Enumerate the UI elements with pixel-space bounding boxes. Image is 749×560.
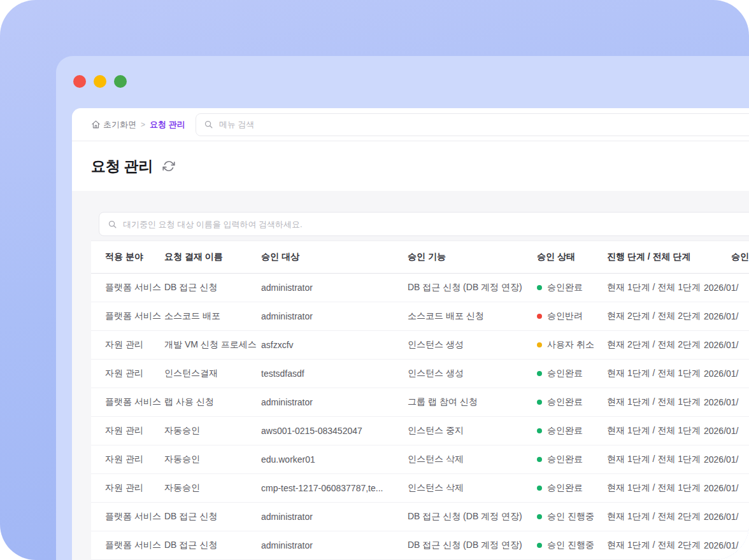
- cell-area: 플랫폼 서비스: [91, 302, 164, 330]
- cell-progress: 현재 1단계 / 전체 1단계: [607, 359, 704, 388]
- column-header-approval-function: 승인 기능: [408, 241, 537, 273]
- menu-search-input[interactable]: [219, 120, 749, 129]
- cell-area: 플랫폼 서비스: [91, 388, 164, 416]
- refresh-icon: [162, 160, 175, 172]
- menu-search: [196, 113, 749, 136]
- cell-progress: 현재 1단계 / 전체 1단계: [607, 273, 704, 302]
- status-label: 승인완료: [547, 396, 583, 408]
- minimize-window-button[interactable]: [94, 75, 106, 88]
- search-icon: [108, 220, 117, 229]
- breadcrumb: 초기화면 > 요청 관리: [91, 119, 185, 130]
- cell-area: 자원 관리: [91, 416, 164, 445]
- cell-progress: 현재 2단계 / 전체 2단계: [607, 330, 704, 359]
- request-search-input[interactable]: [123, 220, 749, 229]
- cell-approval-function: 그룹 랩 참여 신청: [408, 388, 537, 416]
- request-table: 적용 분야 요청 결재 이름 승인 대상 승인 기능 승인 상태 진행 단계 /…: [91, 241, 749, 560]
- request-table-card: 적용 분야 요청 결재 이름 승인 대상 승인 기능 승인 상태 진행 단계 /…: [91, 241, 749, 560]
- status-dot: [537, 342, 542, 347]
- cell-approval-status: 승인완료: [537, 473, 607, 502]
- cell-area: 플랫폼 서비스: [91, 273, 164, 302]
- cell-approval-target: aws001-0215-083452047: [261, 416, 408, 445]
- table-row[interactable]: 플랫폼 서비스 DB 접근 신청 administrator DB 접근 신청 …: [91, 502, 749, 531]
- cell-approval-status: 승인완료: [537, 445, 607, 473]
- cell-approval-target: administrator: [261, 531, 408, 559]
- cell-approval-name: DB 접근 신청: [164, 273, 261, 302]
- cell-approval-name: 소스코드 배포: [164, 302, 261, 330]
- cell-approval-name: 개발 VM 신청 프로세스: [164, 330, 261, 359]
- main-area: 적용 분야 요청 결재 이름 승인 대상 승인 기능 승인 상태 진행 단계 /…: [72, 191, 749, 560]
- request-table-body: 플랫폼 서비스 DB 접근 신청 administrator DB 접근 신청 …: [91, 273, 749, 559]
- table-row[interactable]: 플랫폼 서비스 DB 접근 신청 administrator DB 접근 신청 …: [91, 531, 749, 559]
- status-dot: [537, 428, 542, 433]
- table-row[interactable]: 플랫폼 서비스 소스코드 배포 administrator 소스코드 배포 신청…: [91, 302, 749, 330]
- cell-approved-at: 2026/01/: [704, 416, 749, 445]
- cell-approval-name: 랩 사용 신청: [164, 388, 261, 416]
- status-dot: [537, 457, 542, 462]
- cell-approved-at: 2026/01/: [704, 359, 749, 388]
- cell-progress: 현재 1단계 / 전체 2단계: [607, 531, 704, 559]
- status-label: 승인완료: [547, 482, 583, 494]
- cell-approved-at: 2026/01/: [704, 473, 749, 502]
- cell-approval-status: 승인 진행중: [537, 502, 607, 531]
- maximize-window-button[interactable]: [114, 75, 127, 88]
- cell-approval-status: 사용자 취소: [537, 330, 607, 359]
- cell-approved-at: 2026/01/: [704, 273, 749, 302]
- table-row[interactable]: 자원 관리 자동승인 cmp-test-1217-060837787,te...…: [91, 473, 749, 502]
- app-window: 초기화면 > 요청 관리 요청 관리: [56, 56, 749, 560]
- table-row[interactable]: 자원 관리 자동승인 aws001-0215-083452047 인스턴스 중지…: [91, 416, 749, 445]
- cell-approved-at: 2026/01/: [704, 445, 749, 473]
- table-row[interactable]: 자원 관리 개발 VM 신청 프로세스 asfzxcfv 인스턴스 생성 사용자…: [91, 330, 749, 359]
- cell-area: 자원 관리: [91, 330, 164, 359]
- table-row[interactable]: 플랫폼 서비스 랩 사용 신청 administrator 그룹 랩 참여 신청…: [91, 388, 749, 416]
- table-row[interactable]: 자원 관리 인스턴스결재 testsdfasdf 인스턴스 생성 승인완료 현재…: [91, 359, 749, 388]
- cell-approval-target: administrator: [261, 502, 408, 531]
- column-header-approval-target: 승인 대상: [261, 241, 408, 273]
- cell-approval-target: administrator: [261, 388, 408, 416]
- refresh-button[interactable]: [162, 160, 175, 172]
- cell-progress: 현재 1단계 / 전체 1단계: [607, 388, 704, 416]
- column-header-approval-status: 승인 상태: [537, 241, 607, 273]
- column-header-approved-at: 승인 일시: [704, 241, 749, 273]
- cell-approval-status: 승인반려: [537, 302, 607, 330]
- home-icon: [91, 120, 101, 129]
- status-dot: [537, 514, 542, 519]
- cell-approval-function: 인스턴스 생성: [408, 330, 537, 359]
- cell-approval-function: 인스턴스 삭제: [408, 473, 537, 502]
- cell-approval-status: 승인완료: [537, 416, 607, 445]
- cell-approved-at: 2026/01/: [704, 502, 749, 531]
- cell-approval-function: 인스턴스 생성: [408, 359, 537, 388]
- status-label: 승인 진행중: [547, 540, 594, 551]
- breadcrumb-current[interactable]: 요청 관리: [150, 119, 185, 130]
- cell-approved-at: 2026/01/: [704, 302, 749, 330]
- column-header-approval-name: 요청 결재 이름: [164, 241, 261, 273]
- cell-area: 자원 관리: [91, 445, 164, 473]
- status-label: 승인완료: [547, 454, 583, 465]
- cell-approval-function: 인스턴스 삭제: [408, 445, 537, 473]
- page-header: 요청 관리: [72, 141, 749, 191]
- status-dot: [537, 486, 542, 491]
- cell-approved-at: 2026/01/: [704, 531, 749, 559]
- column-header-area: 적용 분야: [91, 241, 164, 273]
- cell-approved-at: 2026/01/: [704, 388, 749, 416]
- status-label: 승인반려: [547, 311, 583, 322]
- status-label: 사용자 취소: [547, 339, 594, 351]
- table-header-row: 적용 분야 요청 결재 이름 승인 대상 승인 기능 승인 상태 진행 단계 /…: [91, 241, 749, 273]
- close-window-button[interactable]: [73, 75, 86, 88]
- cell-approval-target: asfzxcfv: [261, 330, 408, 359]
- status-label: 승인완료: [547, 282, 583, 293]
- cell-progress: 현재 1단계 / 전체 1단계: [607, 473, 704, 502]
- cell-approval-function: DB 접근 신청 (DB 계정 연장): [408, 531, 537, 559]
- cell-approval-target: cmp-test-1217-060837787,te...: [261, 473, 408, 502]
- breadcrumb-home[interactable]: 초기화면: [91, 119, 136, 130]
- content-panel: 초기화면 > 요청 관리 요청 관리: [72, 108, 749, 560]
- cell-progress: 현재 2단계 / 전체 2단계: [607, 302, 704, 330]
- table-row[interactable]: 자원 관리 자동승인 edu.worker01 인스턴스 삭제 승인완료 현재 …: [91, 445, 749, 473]
- status-label: 승인 진행중: [547, 511, 594, 522]
- table-row[interactable]: 플랫폼 서비스 DB 접근 신청 administrator DB 접근 신청 …: [91, 273, 749, 302]
- status-dot: [537, 285, 542, 290]
- status-dot: [537, 400, 542, 405]
- cell-approval-target: testsdfasdf: [261, 359, 408, 388]
- cell-progress: 현재 1단계 / 전체 2단계: [607, 502, 704, 531]
- cell-approval-status: 승인 진행중: [537, 531, 607, 559]
- breadcrumb-separator: >: [141, 120, 145, 129]
